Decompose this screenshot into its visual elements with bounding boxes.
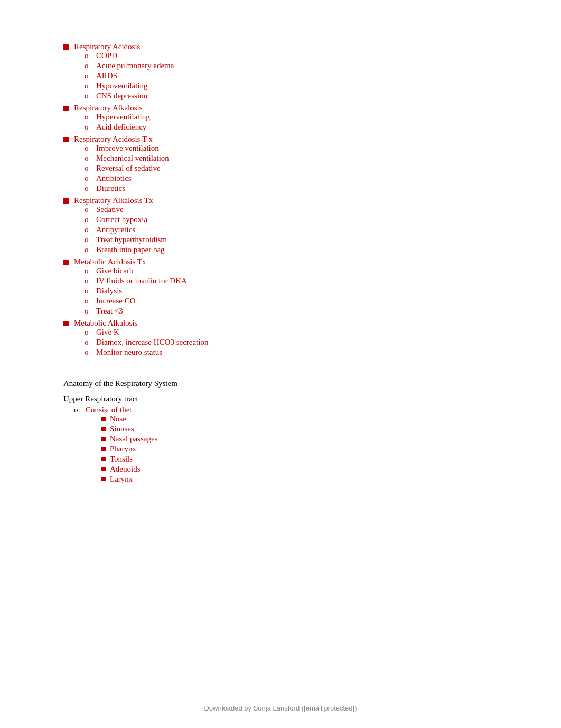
sub-item-text: Hyperventilating <box>96 113 150 122</box>
sub-list-item: oImprove ventilation <box>85 144 498 153</box>
anatomy-list-item: Nose <box>101 414 157 423</box>
o-bullet: o <box>85 287 92 296</box>
small-bullet-icon <box>101 427 106 431</box>
anatomy-list-item: Nasal passages <box>101 435 157 444</box>
o-bullet: o <box>85 123 92 132</box>
o-bullet: o <box>85 245 92 254</box>
sub-list-item: oReversal of sedative <box>85 164 498 173</box>
sub-item-text: Give K <box>96 328 119 337</box>
sub-list-item: oAntibiotics <box>85 174 498 183</box>
o-bullet: o <box>85 297 92 306</box>
anatomy-section: Anatomy of the Respiratory System <box>63 379 498 389</box>
o-bullet: o <box>85 338 92 347</box>
main-item-label: Respiratory Acidosis <box>74 42 140 51</box>
anatomy-list-item: Pharynx <box>101 445 157 454</box>
sub-list-respiratory-alkalosis-tx: oSedativeoCorrect hypoxiaoAntipyreticsoT… <box>85 205 498 254</box>
o-bullet: o <box>85 348 92 357</box>
sub-item-text: Dialysis <box>96 287 122 296</box>
sub-item-text: Increase CO <box>96 297 136 306</box>
sub-list-respiratory-acidosis: oCOPDoAcute pulmonary edemaoARDSoHypoven… <box>85 51 498 100</box>
sub-list-item: oHyperventilating <box>85 113 498 122</box>
anatomy-list-item: Sinuses <box>101 425 157 434</box>
o-bullet: o <box>85 215 92 224</box>
sub-item-text: Antibiotics <box>96 174 132 183</box>
sub-list-item: oTreat hyperthyroidism <box>85 235 498 244</box>
main-list-item-metabolic-acidosis-tx: Metabolic Acidosis TxoGive bicarboIV flu… <box>63 257 498 317</box>
anatomy-title: Anatomy of the Respiratory System <box>63 379 498 389</box>
main-list-item-respiratory-acidosis: Respiratory AcidosisoCOPDoAcute pulmonar… <box>63 42 498 102</box>
upper-resp-section: Upper Respiratory tract o Consist of the… <box>63 394 498 485</box>
sub-list-item: oGive K <box>85 328 498 337</box>
sub-list-item: oARDS <box>85 71 498 80</box>
o-bullet: o <box>85 164 92 173</box>
sub-list-item: oAcid deficiency <box>85 123 498 132</box>
o-bullet: o <box>85 328 92 337</box>
sub-item-text: Diuretics <box>96 184 125 193</box>
main-list: Respiratory AcidosisoCOPDoAcute pulmonar… <box>63 42 498 358</box>
anatomy-item-text: Tonsils <box>110 455 133 464</box>
o-bullet: o <box>85 144 92 153</box>
main-list-item-respiratory-alkalosis: Respiratory AlkalosisoHyperventilatingoA… <box>63 104 498 133</box>
sub-item-text: Reversal of sedative <box>96 164 161 173</box>
sub-list-item: oAntipyretics <box>85 225 498 234</box>
sub-list-item: oIncrease CO <box>85 297 498 306</box>
sub-item-text: Breath into paper bag <box>96 245 165 254</box>
sub-item-text: ARDS <box>96 71 117 80</box>
consist-item: o Consist of the: NoseSinusesNasal passa… <box>74 406 498 485</box>
sub-item-text: Give bicarb <box>96 266 133 275</box>
o-bullet: o <box>85 91 92 100</box>
sub-item-text: Acid deficiency <box>96 123 146 132</box>
anatomy-item-text: Nose <box>110 414 126 423</box>
sub-item-text: Hypoventilating <box>96 81 148 90</box>
o-bullet: o <box>85 225 92 234</box>
sub-item-text: Improve ventilation <box>96 144 159 153</box>
anatomy-items-list: NoseSinusesNasal passagesPharynxTonsilsA… <box>101 414 157 484</box>
sub-list-item: oBreath into paper bag <box>85 245 498 254</box>
sub-list-item: oSedative <box>85 205 498 214</box>
anatomy-list-item: Larynx <box>101 475 157 484</box>
sub-item-text: Correct hypoxia <box>96 215 147 224</box>
sub-list-item: oDiamox, increase HCO3 secreation <box>85 338 498 347</box>
sub-item-text: COPD <box>96 51 117 60</box>
anatomy-list-item: Adenoids <box>101 465 157 474</box>
o-bullet: o <box>85 51 92 60</box>
bullet-icon <box>63 321 69 326</box>
main-item-label: Respiratory Alkalosis Tx <box>74 196 153 205</box>
sub-list-item: oHypoventilating <box>85 81 498 90</box>
main-item-label: Metabolic Acidosis Tx <box>74 257 146 266</box>
anatomy-list-item: Tonsils <box>101 455 157 464</box>
main-item-label: Respiratory Acidosis T x <box>74 135 153 143</box>
bullet-icon <box>63 44 69 50</box>
sub-list-respiratory-alkalosis: oHyperventilatingoAcid deficiency <box>85 113 498 132</box>
sub-list-item: oGive bicarb <box>85 266 498 275</box>
small-bullet-icon <box>101 447 106 451</box>
upper-resp-sub-list: o Consist of the: NoseSinusesNasal passa… <box>74 406 498 485</box>
sub-list-item: oMonitor neuro status <box>85 348 498 357</box>
small-bullet-icon <box>101 457 106 461</box>
sub-list-item: oMechanical ventilation <box>85 154 498 163</box>
sub-list-respiratory-acidosis-tx: oImprove ventilationoMechanical ventilat… <box>85 144 498 193</box>
o-bullet: o <box>85 184 92 193</box>
sub-item-text: Monitor neuro status <box>96 348 162 357</box>
main-item-label: Metabolic Alkalosis <box>74 319 137 327</box>
o-bullet: o <box>85 81 92 90</box>
sub-list-item: oAcute pulmonary edema <box>85 61 498 70</box>
page-content: Respiratory AcidosisoCOPDoAcute pulmonar… <box>0 0 561 528</box>
sub-list-item: oIV fluids or insulin for DKA <box>85 277 498 285</box>
o-bullet: o <box>85 154 92 163</box>
anatomy-item-text: Larynx <box>110 475 133 484</box>
sub-list-item: oCOPD <box>85 51 498 60</box>
sub-list-item: oDiuretics <box>85 184 498 193</box>
anatomy-item-text: Sinuses <box>110 425 134 434</box>
consist-o: o <box>74 406 81 414</box>
upper-resp-title: Upper Respiratory tract <box>63 394 498 403</box>
o-bullet: o <box>85 205 92 214</box>
bullet-icon <box>63 106 69 111</box>
sub-item-text: CNS depression <box>96 91 147 100</box>
anatomy-title-text: Anatomy of the Respiratory System <box>63 379 177 389</box>
footer: Downloaded by Sonja Lansford ([email pro… <box>0 704 561 712</box>
sub-list-item: oDialysis <box>85 287 498 296</box>
small-bullet-icon <box>101 477 106 481</box>
o-bullet: o <box>85 307 92 316</box>
o-bullet: o <box>85 235 92 244</box>
